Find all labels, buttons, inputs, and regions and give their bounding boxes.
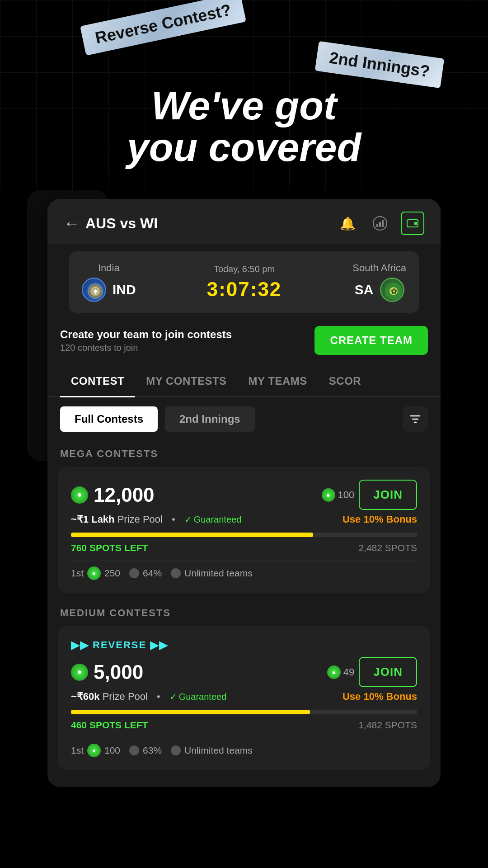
mega-teams: Unlimited teams	[171, 568, 253, 579]
medium-contest-top: ● 5,000 ● 49 JOIN	[71, 657, 417, 687]
match-time-label: Today, 6:50 pm	[136, 264, 353, 274]
tab-my-contests[interactable]: MY CONTESTS	[135, 366, 237, 396]
header-icons: 🔔	[336, 212, 424, 235]
medium-join-button[interactable]: JOIN	[359, 657, 417, 687]
reverse-arrow-right: ▶▶	[150, 639, 168, 651]
mega-entry-fee: ● 100	[322, 488, 355, 502]
create-team-text: Create your team to join contests	[60, 328, 232, 341]
team1-label: India	[98, 262, 120, 274]
mega-prize-pool-row: ~₹1 Lakh Prize Pool • ✓ Guaranteed Use 1…	[71, 514, 417, 525]
match-timer: 3:07:32	[136, 278, 353, 301]
reverse-badge: ▶▶ REVERSE ▶▶	[71, 639, 417, 651]
first-prize-coin: ●	[87, 566, 101, 580]
mega-join-button[interactable]: JOIN	[359, 480, 417, 510]
mega-first-prize: 1st ● 250	[71, 566, 120, 580]
medium-prize-pool-row: ~₹60k Prize Pool • ✓ Guaranteed Use 10% …	[71, 691, 417, 703]
medium-contests-label: MEDIUM CONTESTS	[47, 600, 441, 623]
mega-coin-icon: ●	[71, 486, 88, 504]
mega-contest-top: ● 12,000 ● 100 JOIN	[71, 480, 417, 510]
back-button[interactable]: ← AUS vs WI	[64, 214, 158, 233]
tab-contest[interactable]: CONTEST	[60, 366, 135, 396]
mega-prize-amount: 12,000	[94, 484, 155, 506]
svg-text:✿: ✿	[390, 288, 397, 295]
tab-my-teams[interactable]: MY TEAMS	[238, 366, 318, 396]
mega-progress-container	[71, 533, 417, 537]
mega-spots-row: 760 SPOTS LEFT 2,482 SPOTS	[71, 542, 417, 553]
wallet-icon-button[interactable]	[401, 212, 424, 235]
team1-side: India	[82, 262, 136, 302]
bell-icon-button[interactable]: 🔔	[336, 212, 359, 235]
svg-rect-1	[376, 224, 378, 227]
team1-code: IND	[113, 282, 136, 297]
team2-code: SA	[355, 282, 374, 297]
mega-entry-fee-row: ● 100 JOIN	[322, 480, 417, 510]
medium-spots-row: 460 SPOTS LEFT 1,482 SPOTS	[71, 720, 417, 731]
mega-contest-card: ● 12,000 ● 100 JOIN ~₹1 Lakh Prize Pool …	[58, 467, 430, 593]
sa-flag: ✿	[380, 278, 404, 302]
top-pct-dot	[129, 568, 139, 578]
medium-prize-amount: 5,000	[94, 661, 143, 684]
svg-rect-2	[379, 222, 381, 227]
mega-prize-row: ● 12,000	[71, 484, 155, 506]
mega-progress-bar	[71, 533, 313, 537]
svg-rect-3	[382, 220, 384, 227]
full-contests-filter[interactable]: Full Contests	[60, 406, 158, 432]
mega-guaranteed-badge: ✓ Guaranteed	[184, 514, 242, 525]
hero-headline: We've got you covered	[127, 85, 361, 169]
medium-top-pct: 63%	[129, 745, 162, 756]
medium-entry-fee-row: ● 49 JOIN	[327, 657, 417, 687]
reverse-arrow-left: ▶▶	[71, 639, 89, 651]
team1-flag-row: ☀ IND	[82, 278, 136, 302]
bottom-spacer	[47, 774, 441, 787]
sticker-reverse: Reverse Contest?	[80, 0, 246, 56]
filter-icon-button[interactable]	[403, 406, 428, 432]
teams-dot	[171, 568, 181, 578]
medium-guaranteed-badge: ✓ Guaranteed	[169, 691, 227, 702]
medium-contest-footer: 1st ● 100 63% Unlimited teams	[71, 738, 417, 757]
medium-teams-dot	[171, 745, 181, 755]
medium-top-pct-dot	[129, 745, 139, 755]
match-title: AUS vs WI	[85, 215, 158, 232]
match-info-card: India	[69, 251, 419, 313]
mega-bonus-text: Use 10% Bonus	[343, 514, 417, 525]
mega-contests-label: MEGA CONTESTS	[47, 441, 441, 463]
match-center: Today, 6:50 pm 3:07:32	[136, 264, 353, 301]
filter-row: Full Contests 2nd Innings	[47, 397, 441, 441]
tab-scorecard[interactable]: SCOR	[318, 366, 372, 396]
mega-contest-footer: 1st ● 250 64% Unlimited teams	[71, 561, 417, 580]
match-info-wrapper: India	[47, 244, 441, 313]
medium-prize-row: ● 5,000	[71, 661, 143, 684]
create-team-button[interactable]: CREATE TEAM	[314, 326, 428, 355]
mega-spots-left: 760 SPOTS LEFT	[71, 542, 148, 553]
sticker-innings: 2nd Innings?	[315, 41, 444, 88]
mega-entry-coin-icon: ●	[322, 488, 335, 502]
contests-count: 120 contests to join	[60, 343, 232, 353]
second-innings-filter[interactable]: 2nd Innings	[165, 406, 255, 432]
medium-spots-left-label: SPOTS LEFT	[89, 720, 148, 730]
mega-prize-pool-text: ~₹1 Lakh Prize Pool	[71, 514, 163, 525]
medium-first-coin: ●	[87, 744, 101, 757]
medium-spots-total: 1,482 SPOTS	[358, 720, 417, 731]
team2-side: South Africa SA ✿	[352, 262, 406, 302]
medium-contest-card: ▶▶ REVERSE ▶▶ ● 5,000 ● 49 JOIN	[58, 626, 430, 770]
mega-top-pct: 64%	[129, 568, 162, 579]
medium-teams: Unlimited teams	[171, 745, 253, 756]
medium-entry-coin: ●	[327, 665, 341, 679]
medium-entry-fee: ● 49	[327, 665, 354, 679]
medium-spots-left: 460 SPOTS LEFT	[71, 720, 148, 731]
team2-label: South Africa	[352, 262, 406, 274]
team2-flag-row: SA ✿	[355, 278, 404, 302]
mega-spots-total: 2,482 SPOTS	[358, 542, 417, 553]
stats-icon-button[interactable]	[368, 212, 392, 235]
create-team-info: Create your team to join contests 120 co…	[60, 328, 232, 353]
india-flag: ☀	[82, 278, 106, 302]
medium-progress-bar	[71, 710, 310, 714]
create-team-bar: Create your team to join contests 120 co…	[47, 315, 441, 366]
medium-coin-icon: ●	[71, 664, 88, 681]
back-arrow-icon: ←	[64, 214, 80, 233]
svg-text:☀: ☀	[93, 288, 99, 295]
phone-section: ← AUS vs WI 🔔	[0, 190, 488, 805]
spots-left-label: SPOTS LEFT	[89, 542, 148, 553]
hero-section: Reverse Contest? 2nd Innings? We've got …	[0, 0, 488, 190]
phone-card: ← AUS vs WI 🔔	[47, 199, 441, 787]
